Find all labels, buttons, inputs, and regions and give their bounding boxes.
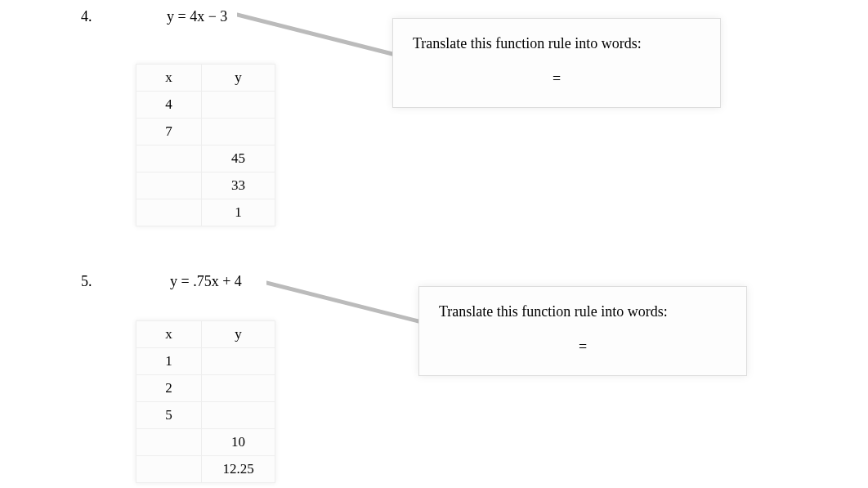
connector-line-5 — [266, 278, 430, 335]
table-header-y: y — [202, 65, 275, 92]
table-cell-x[interactable]: 4 — [136, 92, 202, 119]
table-cell-x[interactable]: 5 — [136, 402, 202, 429]
table-cell-y[interactable]: 33 — [202, 172, 275, 199]
connector-line-4 — [237, 10, 400, 67]
table-cell-y[interactable]: 45 — [202, 146, 275, 172]
table-row: 12.25 — [136, 456, 275, 483]
table-cell-y[interactable]: 12.25 — [202, 456, 275, 483]
table-cell-x[interactable]: 7 — [136, 119, 202, 146]
table-cell-y[interactable]: 10 — [202, 429, 275, 456]
table-cell-x[interactable] — [136, 146, 202, 172]
table-cell-x[interactable]: 2 — [136, 375, 202, 402]
table-cell-x[interactable] — [136, 456, 202, 483]
svg-line-0 — [237, 15, 392, 54]
table-cell-y[interactable] — [202, 92, 275, 119]
table-cell-x[interactable] — [136, 429, 202, 456]
table-row: 1 — [136, 348, 275, 375]
table-header-y: y — [202, 321, 275, 348]
problem-number-4: 4. — [81, 8, 92, 25]
table-row: 5 — [136, 402, 275, 429]
table-header-row: x y — [136, 321, 275, 348]
callout-box-4: Translate this function rule into words:… — [392, 18, 721, 108]
callout-box-5: Translate this function rule into words:… — [418, 286, 747, 376]
table-5: x y 1 2 5 10 12.25 — [136, 320, 275, 483]
svg-line-1 — [266, 283, 422, 322]
callout-equals[interactable]: = — [439, 338, 727, 356]
equation-5: y = .75x + 4 — [170, 273, 242, 290]
table-cell-y[interactable]: 1 — [202, 199, 275, 226]
table-cell-x[interactable] — [136, 199, 202, 226]
table-header-x: x — [136, 65, 202, 92]
table-cell-x[interactable]: 1 — [136, 348, 202, 375]
table-header-row: x y — [136, 65, 275, 92]
callout-title: Translate this function rule into words: — [439, 303, 727, 320]
table-row: 2 — [136, 375, 275, 402]
table-row: 7 — [136, 119, 275, 146]
table-cell-y[interactable] — [202, 375, 275, 402]
callout-equals[interactable]: = — [413, 70, 700, 87]
problem-number-5: 5. — [81, 273, 92, 290]
table-row: 10 — [136, 429, 275, 456]
table-row: 1 — [136, 199, 275, 226]
table-cell-x[interactable] — [136, 172, 202, 199]
table-cell-y[interactable] — [202, 348, 275, 375]
equation-4: y = 4x − 3 — [167, 8, 227, 25]
table-cell-y[interactable] — [202, 119, 275, 146]
table-row: 4 — [136, 92, 275, 119]
callout-title: Translate this function rule into words: — [413, 35, 700, 52]
table-4: x y 4 7 45 33 1 — [136, 64, 275, 226]
table-row: 33 — [136, 172, 275, 199]
table-header-x: x — [136, 321, 202, 348]
table-cell-y[interactable] — [202, 402, 275, 429]
table-row: 45 — [136, 146, 275, 172]
